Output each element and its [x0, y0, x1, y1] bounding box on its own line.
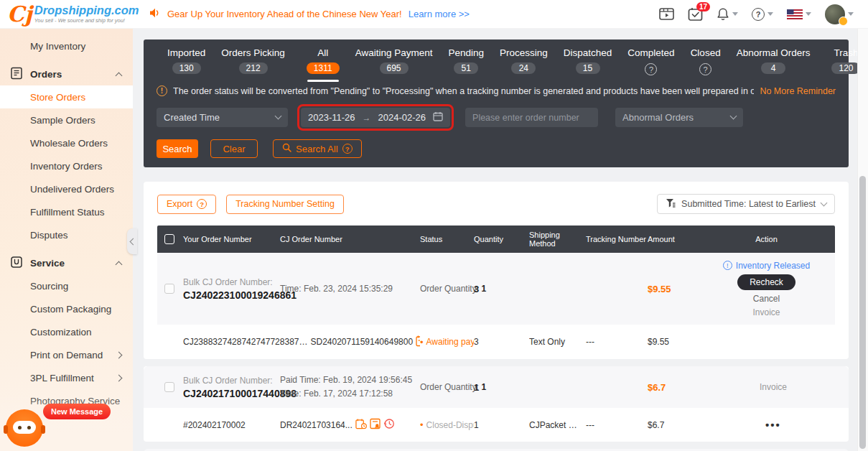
search-all-label: Search All — [296, 144, 338, 154]
chevron-down-icon — [767, 12, 773, 16]
date-to: 2024-02-26 — [378, 112, 426, 123]
no-more-reminder-link[interactable]: No More Reminder — [760, 86, 836, 96]
item-quantity: 3 — [474, 337, 529, 347]
tab-count: 695 — [380, 62, 409, 74]
tab-completed[interactable]: Completed ? — [620, 46, 682, 83]
sidebar-item-label: Customization — [30, 327, 92, 338]
abnormal-orders-select[interactable]: Abnormal Orders — [615, 108, 743, 127]
tab-count: 212 — [239, 62, 268, 74]
cj-order-number: SD2402071159140649800 — [311, 337, 414, 347]
tab-closed[interactable]: Closed ? — [683, 46, 729, 83]
shipping-method: Text Only — [529, 337, 586, 347]
sidebar-collapse-handle[interactable] — [127, 228, 137, 254]
order-time: Time: Feb. 23, 2024 15:35:29 — [280, 282, 420, 296]
sidebar-item-label: Sourcing — [30, 281, 68, 292]
sidebar-item-disputes[interactable]: Disputes — [0, 223, 133, 246]
sidebar-item-inventory-orders[interactable]: Inventory Orders — [0, 154, 133, 177]
sidebar-item-label: Custom Packaging — [30, 304, 111, 315]
tab-all[interactable]: All 1311 — [299, 46, 347, 82]
sidebar-item-print-on-demand[interactable]: Print on Demand — [0, 343, 133, 366]
announcement-learn-more-link[interactable]: Learn more >> — [409, 9, 470, 19]
bulk-order-label: Bulk CJ Order Number: — [183, 376, 280, 386]
invoice-link[interactable]: Invoice — [752, 307, 780, 317]
chevron-up-icon — [116, 261, 123, 268]
sidebar-item-sourcing[interactable]: Sourcing — [0, 274, 133, 297]
question-icon: ? — [752, 8, 765, 21]
order-note-icon[interactable] — [355, 418, 367, 432]
search-icon — [282, 143, 291, 154]
sidebar-item-label: Orders — [30, 69, 62, 80]
bulk-cj-order-number: CJ240223100019246861 — [183, 289, 280, 301]
us-flag-icon — [787, 9, 803, 19]
sidebar-item-customization[interactable]: Customization — [0, 320, 133, 343]
shipping-method: CJPacket Ordina... — [529, 420, 586, 430]
sidebar-item-wholesale-orders[interactable]: Wholesale Orders — [0, 131, 133, 154]
invoice-link[interactable]: Invoice — [698, 382, 849, 392]
scrollbar-thumb[interactable] — [859, 176, 866, 449]
video-tutorial-icon[interactable] — [659, 8, 674, 20]
tab-processing[interactable]: Processing 24 — [492, 46, 556, 82]
notifications-bell-icon[interactable] — [717, 7, 738, 21]
history-clock-icon[interactable] — [383, 418, 395, 432]
tasks-icon[interactable]: 17 — [688, 7, 703, 21]
sidebar-item-3pl-fulfillment[interactable]: 3PL Fulfillment — [0, 366, 133, 389]
group-actions: ! Inventory Released Recheck Cancel Invo… — [698, 261, 835, 317]
cancel-link[interactable]: Cancel — [753, 294, 780, 304]
recheck-button[interactable]: Recheck — [737, 274, 795, 290]
order-time: Time: Feb. 17, 2024 17:12:58 — [280, 387, 420, 401]
tab-awaiting-payment[interactable]: Awaiting Payment 695 — [347, 46, 441, 82]
search-all-button[interactable]: Search All ? — [273, 139, 362, 158]
status-notice-bar: ! The order status will be converted fro… — [144, 83, 849, 103]
avatar — [825, 4, 845, 24]
sidebar-item-fulfillment-status[interactable]: Fulfillment Status — [0, 200, 133, 223]
sidebar-item-label: Sample Orders — [30, 115, 95, 126]
sidebar-item-sample-orders[interactable]: Sample Orders — [0, 108, 133, 131]
export-button[interactable]: Export ? — [157, 195, 216, 214]
tab-imported[interactable]: Imported 130 — [159, 46, 213, 82]
order-number-input[interactable] — [465, 108, 598, 127]
service-icon — [10, 256, 23, 271]
new-message-badge[interactable]: New Message — [43, 404, 111, 419]
date-range-picker[interactable]: 2023-11-26 → 2024-02-26 — [301, 108, 450, 127]
export-label: Export — [167, 199, 192, 209]
sidebar-item-store-orders[interactable]: Store Orders — [0, 85, 133, 108]
scrollbar-track — [857, 29, 868, 451]
tab-orders-picking[interactable]: Orders Picking 212 — [213, 46, 293, 82]
order-quantity: Order Quantity: 1 — [420, 284, 474, 294]
account-menu[interactable] — [825, 4, 854, 24]
abnormal-orders-value: Abnormal Orders — [622, 112, 694, 123]
sort-value: Submitted Time: Latest to Earliest — [681, 199, 816, 209]
brand-name: Dropshipping.com — [34, 4, 139, 17]
dispute-doc-icon[interactable] — [370, 418, 381, 432]
search-button[interactable]: Search — [157, 139, 198, 158]
info-icon: ! — [723, 261, 732, 270]
chat-widget[interactable]: New Message — [6, 402, 113, 447]
tracking-number-setting-button[interactable]: Tracking Number Setting — [226, 195, 344, 214]
tab-pending[interactable]: Pending 51 — [440, 46, 492, 82]
help-icon[interactable]: ? — [752, 8, 773, 21]
row-checkbox[interactable] — [164, 382, 174, 392]
clear-button[interactable]: Clear — [210, 139, 258, 158]
time-type-select[interactable]: Created Time — [157, 108, 288, 127]
bulk-cj-order-number: CJ240217100017440898 — [183, 388, 280, 399]
more-actions-button[interactable]: ••• — [698, 419, 849, 431]
logo[interactable]: Cj Dropshipping.com You sell - We source… — [0, 4, 138, 24]
sidebar-item-my-inventory[interactable]: My Inventory — [0, 34, 133, 57]
sort-select[interactable]: Submitted Time: Latest to Earliest — [657, 194, 835, 214]
tab-abnormal-orders[interactable]: Abnormal Orders 4 — [729, 46, 818, 82]
col-quantity: Quantity — [474, 235, 529, 243]
sidebar-item-undelivered-orders[interactable]: Undelivered Orders — [0, 177, 133, 200]
select-all-checkbox[interactable] — [164, 234, 174, 244]
status-dot: • — [420, 337, 424, 348]
inventory-released-link[interactable]: ! Inventory Released — [723, 261, 810, 271]
sidebar-item-custom-packaging[interactable]: Custom Packaging — [0, 297, 133, 320]
time-type-value: Created Time — [164, 112, 220, 123]
row-checkbox[interactable] — [164, 284, 174, 294]
sidebar-item-orders[interactable]: Orders — [0, 62, 133, 85]
sidebar-item-service[interactable]: Service — [0, 251, 133, 274]
sidebar-item-label: Wholesale Orders — [30, 138, 108, 149]
language-selector[interactable] — [787, 9, 811, 19]
orders-icon — [10, 67, 23, 82]
chevron-right-icon — [116, 351, 123, 358]
tab-dispatched[interactable]: Dispatched 15 — [556, 46, 620, 82]
